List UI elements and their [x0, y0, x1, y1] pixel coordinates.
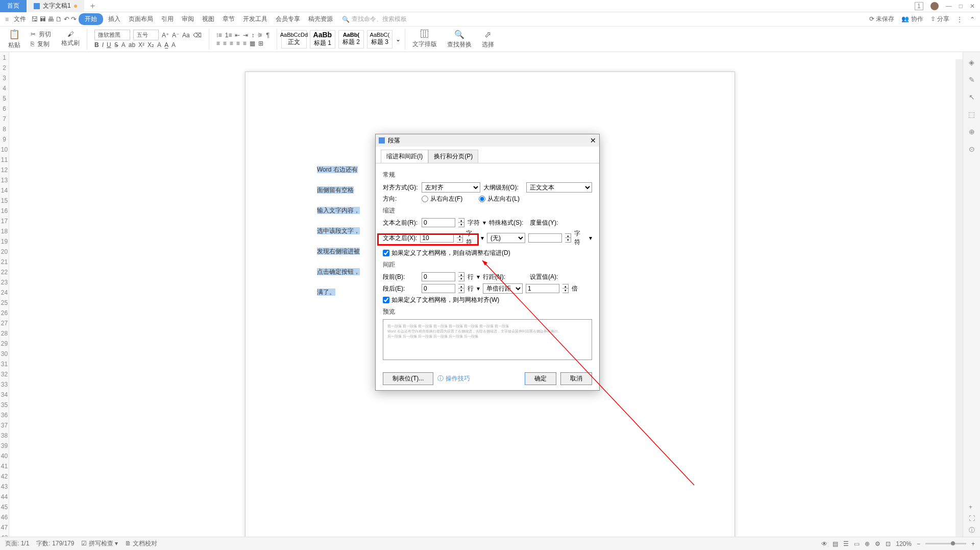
align-select[interactable]: 左对齐 [422, 182, 480, 193]
ok-button[interactable]: 确定 [525, 372, 556, 385]
word-count[interactable]: 字数: 179/179 [36, 539, 74, 548]
sp-after-spinner[interactable]: ▴▾ [458, 284, 464, 293]
paste-label[interactable]: 粘贴 [8, 41, 20, 50]
strike-icon[interactable]: S̶ [114, 41, 118, 49]
auto-indent-checkbox[interactable]: 如果定义了文档网格，则自动调整右缩进(D) [383, 249, 592, 257]
menu-start[interactable]: 开始 [79, 13, 103, 25]
italic-icon[interactable]: I [102, 41, 104, 49]
avatar-icon[interactable] [930, 2, 939, 10]
menu-ref[interactable]: 引用 [158, 13, 177, 25]
page-status[interactable]: 页面: 1/1 [5, 539, 29, 548]
underline-icon[interactable]: U [107, 41, 111, 49]
coop-label[interactable]: 👥 协作 [901, 15, 923, 23]
more-menu[interactable]: ⋮ [957, 16, 963, 23]
menu-icon[interactable]: ≡ [5, 16, 9, 23]
menu-chapter[interactable]: 章节 [219, 13, 238, 25]
menu-insert[interactable]: 插入 [105, 13, 124, 25]
meas-spinner[interactable]: ▴▾ [565, 233, 571, 243]
copy-icon[interactable]: ⎘ [31, 40, 34, 47]
minimize-button[interactable]: — [946, 3, 952, 10]
expand-icon[interactable]: ⌃ [970, 16, 975, 23]
align-justify-icon[interactable]: ≡ [236, 40, 240, 47]
highlight-icon[interactable]: ab [129, 41, 135, 49]
text-line-2[interactable]: 输入文字内容， [317, 207, 360, 214]
panel-icon-4[interactable]: ⬚ [968, 110, 975, 118]
paste-icon[interactable]: 📋 [9, 29, 20, 40]
bullets-icon[interactable]: ⁝≡ [216, 32, 222, 39]
zoom-level[interactable]: 120% [896, 540, 912, 547]
meas-input[interactable] [528, 233, 562, 243]
bold-icon[interactable]: B [94, 41, 99, 49]
zoom-out-icon[interactable]: − [917, 540, 920, 547]
clear-format-icon[interactable]: ⌫ [193, 32, 202, 39]
close-button[interactable]: ✕ [970, 3, 975, 10]
setval-input[interactable] [526, 284, 559, 293]
help-icon[interactable]: ⓘ [969, 526, 975, 535]
setval-spinner[interactable]: ▴▾ [562, 284, 569, 293]
maximize-button[interactable]: □ [959, 3, 963, 10]
dec-font-icon[interactable]: A⁻ [172, 32, 179, 39]
style-h1[interactable]: AaBb标题 1 [310, 30, 335, 49]
menu-layout[interactable]: 页面布局 [126, 13, 156, 25]
cancel-button[interactable]: 取消 [560, 372, 592, 385]
ltr-radio[interactable]: 从左向右(L) [479, 195, 520, 203]
before-input[interactable] [422, 218, 455, 227]
zoom-slider[interactable] [925, 543, 966, 544]
tab-pagebreak[interactable]: 换行和分页(P) [428, 150, 478, 163]
text-line-4[interactable]: 发现右侧缩进被 [317, 248, 360, 255]
align-left-icon[interactable]: ≡ [216, 40, 220, 47]
sp-after-input[interactable] [422, 284, 455, 293]
styles-more-icon[interactable]: ⌄ [396, 36, 401, 43]
menu-dev[interactable]: 开发工具 [240, 13, 271, 25]
view-read-icon[interactable]: ▭ [854, 540, 860, 547]
after-spinner[interactable]: ▴▾ [457, 233, 463, 243]
unsaved-label[interactable]: ⟳ 未保存 [869, 15, 894, 23]
font-select[interactable]: 微软雅黑 [94, 30, 130, 40]
panel-icon-5[interactable]: ⊕ [969, 128, 975, 136]
shading-icon[interactable]: ▦ [250, 40, 255, 47]
after-input[interactable] [420, 233, 454, 243]
badge-icon[interactable]: 1 [915, 2, 923, 10]
find-replace[interactable]: 🔍查找替换 [444, 30, 475, 49]
pilcrow-icon[interactable]: ¶ [266, 32, 269, 39]
panel-icon-1[interactable]: ◈ [969, 58, 974, 66]
redo-icon[interactable]: ↷ [71, 15, 77, 23]
zoom-fit-icon[interactable]: ⊡ [886, 540, 891, 547]
proof[interactable]: 🗎 文档校对 [125, 539, 157, 548]
search-box[interactable]: 🔍 查找命令、搜索模板 [342, 15, 407, 23]
panel-icon-6[interactable]: ⊙ [969, 145, 975, 153]
border-icon[interactable]: ⊞ [258, 40, 263, 47]
fullscreen-icon[interactable]: ⛶ [969, 515, 975, 522]
special-select[interactable]: (无) [487, 233, 525, 243]
zoom-in-icon[interactable]: + [971, 540, 975, 547]
cut-icon[interactable]: ✂ [31, 31, 36, 38]
save-icon[interactable]: 🖫 [31, 15, 38, 23]
before-spinner[interactable]: ▴▾ [458, 218, 464, 227]
snap-checkbox[interactable]: 如果定义了文档网格，则与网格对齐(W) [383, 296, 592, 304]
lang-icon[interactable]: ⚙ [875, 540, 880, 547]
sp-before-spinner[interactable]: ▴▾ [458, 272, 464, 281]
sup-icon[interactable]: X² [138, 41, 144, 49]
view-web-icon[interactable]: ⊕ [865, 540, 870, 547]
tips-link[interactable]: ⓘ 操作技巧 [437, 374, 470, 383]
font-a-icon[interactable]: A [157, 41, 161, 49]
tab-home[interactable]: 首页 [0, 0, 27, 12]
text-layout[interactable]: ⿲文字排版 [409, 30, 440, 49]
text-line-0[interactable]: Word 右边还有 [317, 166, 358, 173]
panel-icon-3[interactable]: ↖ [969, 93, 975, 101]
menu-vip[interactable]: 会员专享 [273, 13, 303, 25]
rtl-radio[interactable]: 从右向左(F) [422, 195, 462, 203]
dialog-close-button[interactable]: ✕ [590, 136, 596, 145]
view-outline-icon[interactable]: ☰ [843, 540, 849, 547]
print-icon[interactable]: 🖶 [47, 15, 54, 23]
numbering-icon[interactable]: 1≡ [225, 32, 232, 39]
menu-view[interactable]: 视图 [199, 13, 217, 25]
inc-font-icon[interactable]: A⁺ [162, 32, 169, 39]
sub-icon[interactable]: X₂ [148, 41, 154, 49]
spell-check[interactable]: ☑ 拼写检查 ▾ [81, 539, 118, 548]
eye-icon[interactable]: 👁 [821, 540, 827, 547]
undo-icon[interactable]: ↶ [64, 15, 69, 23]
menu-review[interactable]: 审阅 [179, 13, 197, 25]
align-right-icon[interactable]: ≡ [230, 40, 233, 47]
font-color-icon[interactable]: A [121, 41, 126, 49]
